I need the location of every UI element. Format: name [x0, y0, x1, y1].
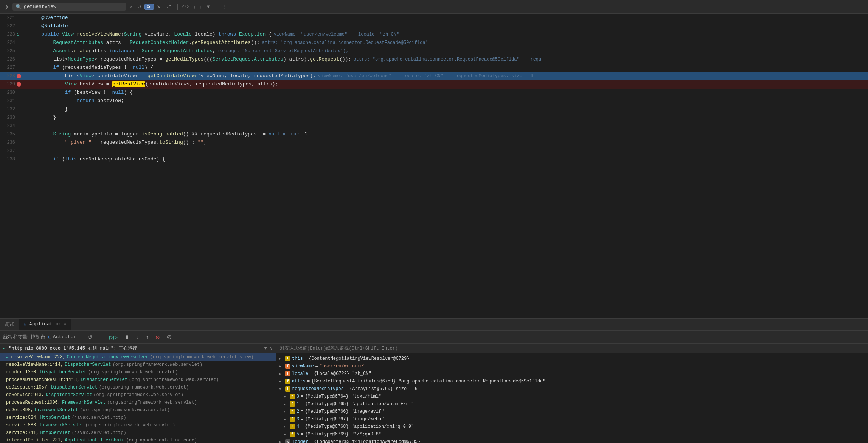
tab-application-close[interactable]: × — [64, 322, 67, 326]
search-icon: 🔍 — [16, 4, 22, 10]
search-input[interactable] — [24, 4, 123, 9]
var-item-this[interactable]: f this = {ContentNegotiatingViewResolver… — [276, 355, 868, 362]
frame-item-2[interactable]: render:1350, DispatcherServlet (org.spri… — [0, 368, 276, 376]
code-line-237: 237 — [0, 147, 868, 155]
var-expand-requestedMediaTypes[interactable] — [279, 386, 284, 392]
var-expand-this[interactable] — [279, 356, 284, 361]
code-content-237 — [26, 147, 865, 155]
code-container[interactable]: 221 @Override 222 @Nullable 223 ↻ public… — [0, 14, 868, 318]
var-item-viewName[interactable]: f viewName = "user/en/welcome" — [276, 362, 868, 370]
step-over-button[interactable]: ↓ — [135, 333, 141, 341]
code-content-221: @Override — [26, 14, 865, 22]
var-expand-locale[interactable] — [279, 371, 284, 376]
frame-location-1: (org.springframework.web.servlet) — [113, 362, 203, 367]
var-expand-media-3[interactable] — [284, 417, 288, 422]
panel-toggle-button[interactable]: ❯ — [3, 3, 10, 10]
search-bar-left: ❯ 🔍 × ↺ Cc W .* 2/2 ↑ ↓ ▼ ⋮ — [3, 3, 865, 11]
step-out-button[interactable]: ↑ — [144, 333, 151, 341]
var-item-media-0[interactable]: f 0 = {MediaType@6764} "text/html" — [276, 393, 868, 400]
var-item-media-2[interactable]: f 2 = {MediaType@6766} "image/avif" — [276, 408, 868, 415]
var-eq-logger: = — [310, 439, 312, 443]
line-gutter-228: 228 — [0, 72, 26, 80]
next-match-button[interactable]: ↓ — [198, 3, 204, 10]
line-gutter-235: 235 — [0, 130, 26, 138]
code-line-232: 232 } — [0, 105, 868, 113]
var-item-media-4[interactable]: f 4 = {MediaType@6768} "application/xml;… — [276, 423, 868, 431]
word-match-button[interactable]: W — [155, 4, 163, 10]
var-name-media-3: 3 — [297, 417, 299, 422]
frame-item-5[interactable]: doService:943, DispatcherServlet (org.sp… — [0, 391, 276, 399]
var-name-requestedMediaTypes: requestedMediaTypes — [292, 386, 344, 392]
vars-hint: 对表达式求值(Enter)或添加监视(Ctrl+Shift+Enter) — [276, 344, 868, 353]
var-expand-logger[interactable] — [279, 439, 284, 443]
var-item-media-5[interactable]: f 5 = {MediaType@6769} "*/*;q=0.8" — [276, 431, 868, 438]
var-eq-attrs: = — [307, 379, 310, 384]
toolbar-section-actuator: ⊞ Actuator — [48, 334, 76, 340]
frame-location-10: (javax.servlet.http) — [72, 430, 126, 435]
frame-item-10[interactable]: service:741, HttpServlet (javax.servlet.… — [0, 429, 276, 437]
clear-search-button[interactable]: × — [128, 3, 134, 10]
regex-button[interactable]: .* — [164, 4, 173, 10]
frame-item-7[interactable]: doGet:898, FrameworkServlet (org.springf… — [0, 406, 276, 414]
frame-class-9: FrameworkServlet — [40, 423, 84, 428]
more-debug-button[interactable]: ⋯ — [176, 333, 185, 341]
replace-button[interactable]: ↺ — [136, 3, 143, 10]
var-eq-locale: = — [310, 371, 312, 376]
frame-item-6[interactable]: processRequest:1006, FrameworkServlet (o… — [0, 399, 276, 406]
filter-button[interactable]: ▼ — [204, 3, 212, 10]
var-expand-media-4[interactable] — [284, 424, 288, 429]
frame-item-8[interactable]: service:634, HttpServlet (javax.servlet.… — [0, 414, 276, 421]
frame-item-3[interactable]: processDispatchResult:1118, DispatcherSe… — [0, 376, 276, 384]
var-item-logger[interactable]: ∞ logger = {LogAdapter$Slf4jLocationAwar… — [276, 438, 868, 443]
filter-icon[interactable]: ▼ — [264, 346, 267, 351]
var-item-media-3[interactable]: f 3 = {MediaType@6767} "image/webp" — [276, 415, 868, 423]
pause-button[interactable]: ⏸ — [123, 333, 132, 341]
var-item-locale[interactable]: f locale = {Locale@6722} "zh_CN" — [276, 370, 868, 378]
frame-method-2: render:1350, — [6, 370, 39, 375]
stop-button[interactable]: □ — [97, 333, 104, 341]
line-num-225: 225 — [3, 47, 15, 55]
var-expand-attrs[interactable] — [279, 379, 284, 384]
code-content-236: " given " + requestedMediaTypes.toString… — [26, 138, 865, 147]
code-content-223: public View resolveViewName(String viewN… — [26, 30, 865, 39]
match-count: 2/2 — [182, 4, 190, 9]
tab-application[interactable]: ⊞ Application × — [19, 319, 71, 330]
code-line-223: 223 ↻ public View resolveViewName(String… — [0, 30, 868, 39]
more-options-button[interactable]: ⋮ — [220, 3, 228, 10]
var-item-media-1[interactable]: f 1 = {MediaType@6765} "application/xhtm… — [276, 400, 868, 408]
frame-method-11: internalDoFilter:231, — [6, 438, 63, 443]
refresh-button[interactable]: ↺ — [86, 333, 94, 341]
var-val-media-3: {MediaType@6767} "image/webp" — [305, 417, 384, 422]
code-content-226: List<MediaType> requestedMediaTypes = ge… — [26, 55, 865, 64]
var-val-media-4: {MediaType@6768} "application/xml;q=0.9" — [305, 424, 414, 429]
var-icon-this: f — [285, 356, 290, 361]
var-expand-viewName[interactable] — [279, 364, 284, 369]
frame-class-3: DispatcherServlet — [81, 377, 127, 382]
line-num-237: 237 — [3, 147, 15, 155]
var-expand-media-0[interactable] — [284, 394, 288, 399]
app-tab-icon: ⊞ — [24, 321, 27, 327]
code-content-234 — [26, 122, 865, 130]
frame-item-11[interactable]: internalDoFilter:231, ApplicationFilterC… — [0, 437, 276, 443]
clear-button[interactable]: ∅ — [165, 333, 173, 341]
frame-item-1[interactable]: resolveViewName:1414, DispatcherServlet … — [0, 361, 276, 368]
var-expand-media-1[interactable] — [284, 401, 288, 407]
var-eq-this: = — [304, 356, 307, 361]
var-item-attrs[interactable]: f attrs = {ServletRequestAttributes@6759… — [276, 378, 868, 385]
frame-item-9[interactable]: service:883, FrameworkServlet (org.sprin… — [0, 421, 276, 429]
case-sensitive-button[interactable]: Cc — [144, 4, 154, 10]
tab-debug[interactable]: 调试 — [0, 319, 19, 330]
search-input-wrapper: 🔍 — [12, 3, 126, 11]
frame-item-4[interactable]: doDispatch:1057, DispatcherServlet (org.… — [0, 384, 276, 391]
prev-match-button[interactable]: ↑ — [192, 3, 197, 10]
var-expand-media-2[interactable] — [284, 409, 288, 414]
var-expand-media-5[interactable] — [284, 432, 288, 437]
var-eq-media-4: = — [301, 424, 303, 429]
var-icon-media-1: f — [290, 401, 295, 407]
resume-button[interactable]: ▷▷ — [107, 333, 120, 341]
var-item-requestedMediaTypes[interactable]: f requestedMediaTypes = {ArrayList@6760}… — [276, 385, 868, 393]
frame-item-0[interactable]: ↩ resolveViewName:228, ContentNegotiatin… — [0, 353, 276, 361]
mute-button[interactable]: ⊘ — [154, 333, 162, 341]
expand-icon[interactable]: ∨ — [270, 345, 273, 351]
code-line-229: 229 View bestView = getBestView(candidat… — [0, 80, 868, 89]
